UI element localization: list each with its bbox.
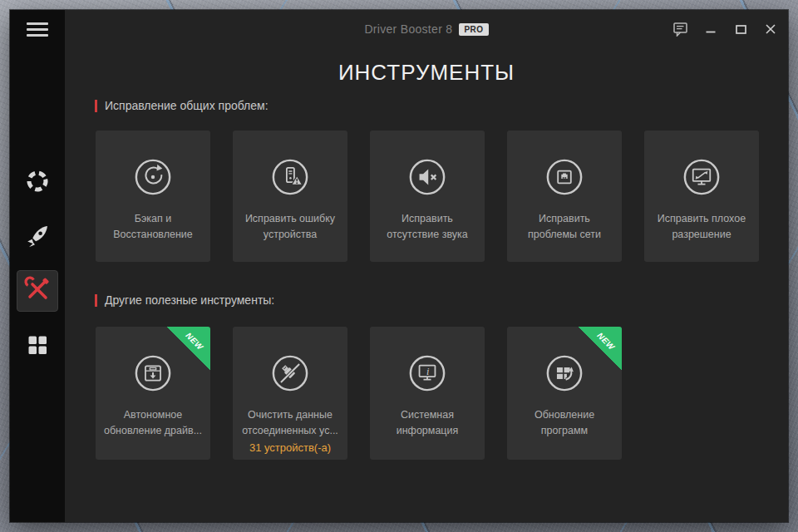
tool-card-label: Бэкап и Восстановление [99,211,207,243]
usb-disconnect-icon [271,354,309,392]
tool-card-label: Исправить проблемы сети [510,211,618,243]
system-info-icon: i [408,354,446,392]
sidebar-item-action-center[interactable] [17,326,58,367]
tool-card-label: Автономное обновление драйв... [99,407,207,439]
tool-card-fix-device-error[interactable]: Исправить ошибку устройства [233,131,347,262]
svg-text:i: i [426,366,430,377]
feedback-icon[interactable] [672,20,690,38]
sidebar-item-boost[interactable] [17,218,58,259]
section-accent-bar [95,294,97,307]
menu-icon[interactable] [25,21,50,37]
close-icon[interactable] [761,20,780,38]
tool-card-label: Системная информация [373,407,481,439]
section-accent-bar [95,100,97,112]
tools-icon [24,276,51,306]
sidebar [10,10,65,522]
tool-card-label: Очистить данные отсоединенных ус...31 ус… [236,407,344,456]
device-count: 31 устройств(-а) [236,440,344,456]
tool-card-fix-network[interactable]: Исправить проблемы сети [507,131,622,262]
screen-resolution-icon [682,158,721,196]
section-header-other-tools: Другие полезные инструменты: [95,293,274,307]
page-title: ИНСТРУМЕНТЫ [65,60,788,86]
tool-card-offline-driver-update[interactable]: Автономное обновление драйв... NEW [96,327,210,460]
section-label: Другие полезные инструменты: [105,293,274,307]
tool-card-label: Исправить отсутствие звука [373,211,481,243]
tool-card-label: Обновление программ [510,407,618,439]
tool-card-software-update[interactable]: Обновление программ NEW [507,327,622,460]
tool-card-label: Исправить ошибку устройства [236,211,344,243]
tool-card-label: Исправить плохое разрешение [648,211,756,243]
desktop-wallpaper: Driver Booster 8 PRO [0,0,798,532]
new-ribbon: NEW [167,327,210,370]
new-ribbon: NEW [579,327,622,370]
section-label: Исправление общих проблем: [105,99,268,112]
no-sound-icon [408,158,446,196]
driver-booster-window: Driver Booster 8 PRO [10,10,788,522]
sidebar-item-tools[interactable] [17,270,58,312]
grid-icon [26,333,49,360]
tool-card-backup-restore[interactable]: Бэкап и Восстановление [96,131,210,262]
tool-card-clean-disconnected-devices[interactable]: Очистить данные отсоединенных ус...31 ус… [233,327,347,460]
minimize-icon[interactable] [702,20,720,38]
sidebar-item-scan[interactable] [17,162,58,204]
network-port-icon [545,158,584,196]
tool-card-system-information[interactable]: i Системная информация [370,327,485,460]
scan-ring-icon [25,169,50,197]
tool-card-fix-resolution[interactable]: Исправить плохое разрешение [644,131,759,262]
section-header-common-problems: Исправление общих проблем: [95,99,268,112]
tool-card-fix-no-sound[interactable]: Исправить отсутствие звука [370,131,485,262]
maximize-icon[interactable] [732,20,750,38]
titlebar: Driver Booster 8 PRO [65,10,788,48]
rocket-icon [25,224,50,253]
backup-restore-icon [134,158,172,196]
app-title: Driver Booster 8 [364,22,452,36]
device-error-icon [271,158,309,196]
pro-badge: PRO [459,23,488,36]
